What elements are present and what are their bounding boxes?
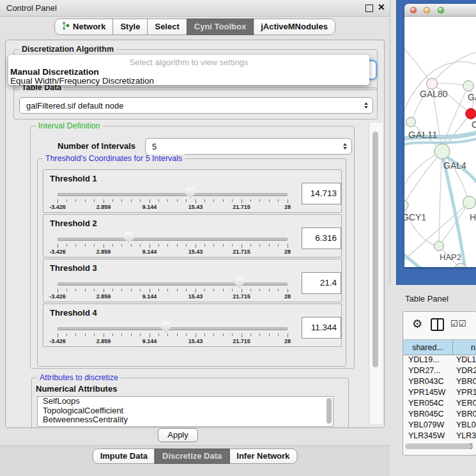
network-icon bbox=[62, 21, 70, 32]
zoom-traffic-light[interactable] bbox=[438, 7, 444, 13]
table-row[interactable]: YBR045CYBR0 bbox=[403, 410, 476, 420]
table-row[interactable]: YDL19...YDL1 bbox=[403, 355, 476, 366]
threshold-slider-thumb[interactable] bbox=[161, 322, 171, 333]
threshold-slider-thumb[interactable] bbox=[234, 277, 244, 288]
attribute-item[interactable]: SelfLoops bbox=[38, 397, 333, 406]
close-icon[interactable]: ✕ bbox=[378, 2, 385, 12]
tab-label: Select bbox=[155, 22, 179, 31]
slider-tick-labels: -3.4262.8599.14415.4321.71528 bbox=[58, 249, 288, 255]
network-canvas[interactable]: GAL80GACGAL11GAL4GCY1HHAP2 bbox=[404, 17, 476, 267]
table-row[interactable]: YLR345WYLR3 bbox=[403, 431, 476, 442]
threshold-row-3: Threshold 3-3.4262.8599.14415.4321.71528… bbox=[43, 259, 342, 302]
dropdown-option-equal-width[interactable]: Equal Width/Frequency Discretization bbox=[10, 76, 154, 86]
close-traffic-light[interactable] bbox=[410, 7, 417, 13]
network-node-pink[interactable] bbox=[427, 79, 438, 89]
column-header-shared-name[interactable]: shared... bbox=[403, 340, 453, 355]
column-header-name[interactable]: na bbox=[453, 340, 476, 355]
threshold-slider-track[interactable] bbox=[58, 327, 288, 330]
network-frame: GAL80GACGAL11GAL4GCY1HHAP2 bbox=[396, 0, 476, 285]
tab-impute-data[interactable]: Impute Data bbox=[93, 449, 155, 464]
panel-scrollbar[interactable] bbox=[372, 132, 378, 367]
tab-infer-network[interactable]: Infer Network bbox=[229, 449, 297, 464]
network-node-label: GA bbox=[468, 92, 476, 102]
tab-label: Infer Network bbox=[236, 451, 289, 461]
network-node-green[interactable] bbox=[463, 81, 474, 91]
numerical-attributes-list[interactable]: SelfLoopsTopologicalCoefficientBetweenne… bbox=[37, 396, 334, 427]
checkbox-icons[interactable]: ☑☑ bbox=[450, 319, 466, 328]
threshold-slider-track[interactable] bbox=[58, 193, 288, 196]
network-edge bbox=[439, 151, 442, 246]
threshold-slider-track[interactable] bbox=[58, 282, 288, 286]
float-window-icon[interactable] bbox=[365, 4, 373, 12]
network-edge bbox=[404, 151, 442, 205]
table-row[interactable]: YPR145WYPR1 bbox=[403, 388, 476, 399]
threshold-slider-track[interactable] bbox=[58, 238, 288, 241]
tab-label: Cyni Toolbox bbox=[194, 22, 246, 31]
table-row[interactable]: YER054CYER0 bbox=[403, 399, 476, 410]
cell-shared-name: YDR27... bbox=[403, 366, 452, 377]
list-scrollbar[interactable] bbox=[326, 398, 332, 424]
group-title: Attributes to discretize bbox=[37, 373, 121, 382]
dropdown-option-manual[interactable]: Manual Discretization bbox=[10, 67, 99, 77]
cell-name: YDL1 bbox=[452, 355, 476, 366]
table-row[interactable]: YBR043CYBR0 bbox=[403, 377, 476, 388]
network-edge bbox=[404, 205, 439, 246]
minimize-traffic-light[interactable] bbox=[424, 7, 430, 13]
threshold-value-field[interactable]: 11.344 bbox=[302, 317, 341, 339]
attribute-item[interactable]: BetweennessCentrality bbox=[38, 415, 333, 425]
table-h-scrollbar[interactable] bbox=[405, 443, 472, 449]
tab-label: Discretize Data bbox=[162, 451, 222, 461]
table-header-row: shared... na bbox=[403, 340, 476, 355]
network-window: GAL80GACGAL11GAL4GCY1HHAP2 bbox=[404, 4, 476, 267]
stepper-icon bbox=[343, 143, 347, 150]
tab-label: jActiveMNodules bbox=[261, 22, 328, 31]
number-of-intervals-label: Number of Intervals bbox=[58, 141, 135, 151]
table-data-combo[interactable]: galFiltered.sif default node bbox=[19, 97, 373, 114]
group-title: Discretization Algorithm bbox=[19, 45, 116, 54]
top-tab-bar: NetworkStyleSelectCyni ToolboxjActiveMNo… bbox=[54, 19, 335, 35]
table-row[interactable]: YBL079WYBL0 bbox=[403, 420, 476, 431]
network-node-green[interactable] bbox=[434, 242, 444, 251]
attribute-item[interactable]: TopologicalCoefficient bbox=[38, 406, 333, 416]
tab-style[interactable]: Style bbox=[112, 19, 148, 35]
slider-tick-labels: -3.4262.8599.14415.4321.71528 bbox=[58, 338, 288, 344]
network-node-green[interactable] bbox=[463, 196, 476, 209]
network-node-label: HAP2 bbox=[440, 252, 461, 262]
tab-discretize-data[interactable]: Discretize Data bbox=[155, 449, 229, 464]
network-node-green[interactable] bbox=[434, 144, 450, 159]
bottom-tab-bar: Impute DataDiscretize DataInfer Network bbox=[93, 449, 298, 464]
cell-name: YBL0 bbox=[452, 420, 476, 431]
network-node-green[interactable] bbox=[404, 200, 408, 210]
cell-name: YLR3 bbox=[452, 431, 476, 442]
control-panel-titlebar: Control Panel ✕ bbox=[0, 0, 390, 17]
split-columns-icon[interactable] bbox=[431, 318, 444, 331]
network-node-red[interactable] bbox=[466, 109, 476, 119]
table-row[interactable]: YDR27...YDR2 bbox=[403, 366, 476, 377]
cell-shared-name: YBR045C bbox=[403, 410, 452, 420]
tab-label: Style bbox=[120, 22, 140, 31]
table-data-combo-value: galFiltered.sif default node bbox=[26, 101, 123, 111]
slider-tick-labels: -3.4262.8599.14415.4321.71528 bbox=[58, 204, 288, 210]
network-node-label: GAL4 bbox=[443, 160, 466, 171]
dropdown-placeholder-item[interactable]: Select algorithm to view settings bbox=[8, 58, 369, 67]
threshold-value-field[interactable]: 6.316 bbox=[302, 227, 341, 249]
threshold-value-field[interactable]: 14.713 bbox=[302, 183, 341, 204]
tab-jactivemnodules[interactable]: jActiveMNodules bbox=[253, 19, 335, 35]
number-of-intervals-combo[interactable]: 5 bbox=[145, 138, 352, 155]
tab-cyni-toolbox[interactable]: Cyni Toolbox bbox=[187, 19, 254, 35]
tab-network[interactable]: Network bbox=[54, 19, 113, 35]
tab-select[interactable]: Select bbox=[147, 19, 187, 35]
apply-button[interactable]: Apply bbox=[158, 428, 198, 442]
tab-label: Network bbox=[73, 22, 105, 31]
threshold-slider-thumb[interactable] bbox=[185, 188, 195, 199]
threshold-row-2: Threshold 2-3.4262.8599.14415.4321.71528… bbox=[43, 214, 342, 257]
slider-tick-labels: -3.4262.8599.14415.4321.71528 bbox=[58, 293, 288, 300]
threshold-value-field[interactable]: 21.4 bbox=[302, 272, 341, 294]
gear-icon[interactable]: ⚙ bbox=[412, 317, 422, 331]
network-node-green[interactable] bbox=[406, 118, 416, 127]
group-title: Threshold's Coordinates for 5 Intervals bbox=[43, 154, 185, 163]
control-panel: Control Panel ✕ NetworkStyleSelectCyni T… bbox=[0, 0, 390, 476]
stepper-icon bbox=[364, 102, 368, 109]
cell-name: YBR0 bbox=[452, 377, 476, 388]
threshold-slider-thumb[interactable] bbox=[124, 233, 134, 243]
